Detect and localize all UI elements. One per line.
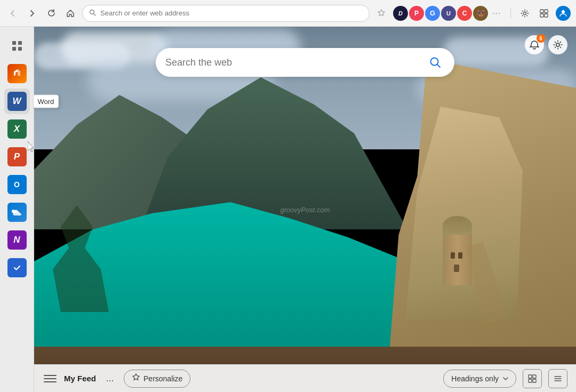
ublock-icon[interactable]: U [441,6,456,21]
c-icon[interactable]: C [457,6,472,21]
svg-point-0 [90,10,94,14]
personalize-star-icon [132,373,140,384]
svg-rect-3 [545,10,548,13]
hamburger-line-2 [44,378,57,379]
svg-rect-15 [529,379,532,382]
svg-rect-10 [18,47,22,51]
address-bar[interactable] [82,5,370,22]
svg-point-6 [562,10,565,13]
notification-badge: 6 [537,34,545,43]
bottom-bar: My Feed ... Personalize Headings only [34,364,576,392]
settings-gear-icon [553,40,563,50]
search-bar[interactable] [156,48,454,77]
sidebar-item-word[interactable]: W Word [4,89,30,114]
settings-button[interactable] [517,6,532,21]
tower-body [443,232,472,285]
outlook-icon: O [7,175,27,194]
hamburger-button[interactable] [43,371,58,386]
address-input[interactable] [100,9,363,17]
settings-icon-wrap[interactable] [548,35,567,54]
svg-point-12 [556,43,559,46]
toolbar-divider [510,8,511,19]
search-button[interactable] [426,53,445,72]
sidebar-item-onedrive[interactable] [4,199,30,225]
personalize-button[interactable]: Personalize [124,370,190,388]
sidebar-item-grid-menu[interactable] [4,33,30,59]
sidebar-item-todo[interactable] [4,255,30,281]
svg-point-1 [524,12,526,14]
bear-icon[interactable]: 🐻 [473,6,488,21]
office-icon [7,64,27,83]
my-feed-label: My Feed [64,374,96,383]
svg-rect-7 [12,41,16,45]
browser-toolbar: D P G U C 🐻 ··· [0,0,576,27]
onedrive-icon [7,203,27,222]
onenote-icon: N [7,230,27,250]
svg-rect-16 [533,379,536,382]
todo-icon [7,258,27,277]
tower-window-1 [458,252,462,259]
tower-door [454,265,459,272]
extension-icons: D P G U C 🐻 ··· [393,6,504,21]
bookmark-button[interactable] [374,6,389,21]
sidebar-item-onenote[interactable]: N [4,227,30,253]
sidebar-item-powerpoint[interactable]: P [4,144,30,170]
list-view-button[interactable] [548,369,567,388]
home-button[interactable] [63,6,78,21]
svg-rect-2 [540,10,543,13]
hamburger-line-3 [44,381,57,382]
pocket-icon[interactable]: P [409,6,424,21]
more-options-button[interactable]: ... [102,371,117,386]
search-input[interactable] [165,57,419,68]
top-right-icons: 6 [525,35,567,54]
grid-view-button[interactable] [523,369,542,388]
tower-roof [443,216,472,235]
svg-rect-14 [533,375,536,378]
headings-dropdown[interactable]: Headings only [443,370,516,388]
hamburger-line-1 [44,375,57,376]
dashlane-icon[interactable]: D [393,6,408,21]
word-icon: W [7,92,27,111]
sidebar-item-excel[interactable]: X [4,116,30,142]
tower-window-2 [451,252,455,259]
google-icon[interactable]: G [425,6,440,21]
sidebar-item-outlook[interactable]: O [4,172,30,197]
address-search-icon [89,9,96,18]
bell-wrap[interactable]: 6 [525,35,544,54]
excel-icon: X [7,119,27,139]
back-button[interactable] [5,6,20,21]
chevron-down-icon [503,375,508,382]
svg-rect-13 [529,375,532,378]
forward-button[interactable] [25,6,39,21]
svg-rect-9 [12,47,16,51]
svg-rect-8 [18,41,22,45]
search-area [156,48,454,77]
background-scene [34,27,576,392]
main-content: groovyPost.com 6 [34,27,576,392]
more-extensions-icon[interactable]: ··· [489,6,504,21]
svg-rect-5 [545,14,548,17]
tabs-button[interactable] [537,6,551,21]
refresh-button[interactable] [44,6,59,21]
svg-rect-4 [540,14,543,17]
sidebar: W Word X P O N [0,27,34,392]
powerpoint-icon: P [7,147,27,166]
profile-button[interactable] [556,6,571,21]
sidebar-item-office[interactable] [4,61,30,86]
